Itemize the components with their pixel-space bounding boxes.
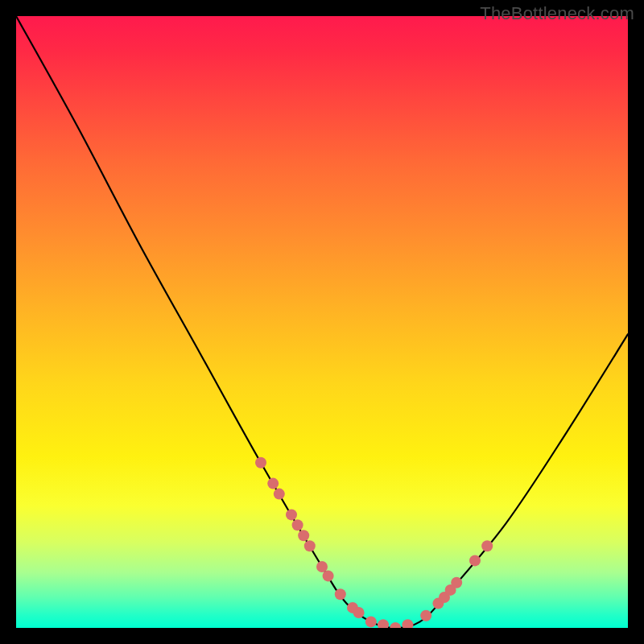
data-dot [255, 457, 266, 469]
data-dot [286, 509, 297, 520]
data-dot [292, 519, 303, 530]
data-dot [304, 540, 316, 551]
data-dot [335, 588, 346, 600]
plot-area [16, 16, 628, 628]
data-dot [274, 489, 285, 500]
data-dot [298, 530, 309, 541]
data-dot [365, 616, 377, 627]
data-dot [481, 540, 493, 551]
watermark-text: TheBottleneck.com [480, 3, 634, 24]
chart-frame: TheBottleneck.com [0, 0, 644, 644]
data-dot [451, 577, 462, 588]
data-dot [316, 561, 328, 572]
data-dots [255, 457, 493, 628]
data-dot [390, 622, 401, 628]
data-dot [402, 619, 413, 628]
data-dot [323, 570, 334, 581]
data-dot [469, 555, 481, 566]
data-dot [353, 607, 365, 618]
data-dot [420, 610, 431, 621]
chart-svg [16, 16, 628, 628]
data-dot [267, 478, 279, 489]
data-dot [378, 619, 389, 628]
bottleneck-curve [16, 16, 628, 628]
